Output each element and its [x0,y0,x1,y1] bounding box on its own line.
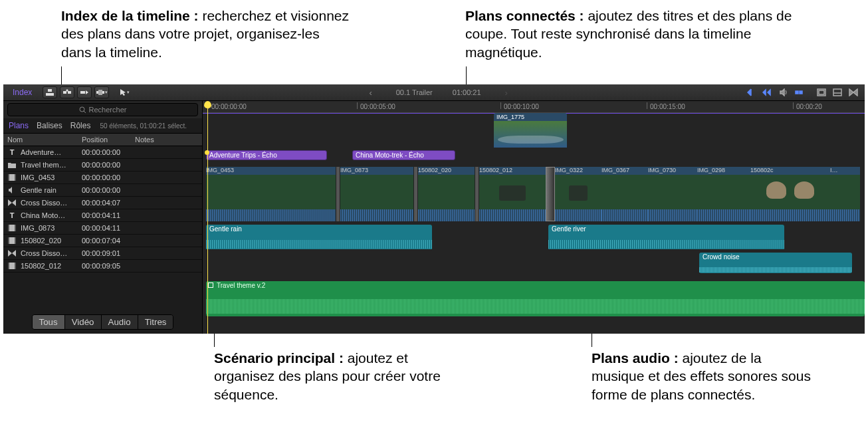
audio-clip-crowd[interactable]: Crowd noise [699,253,852,273]
title-clip[interactable]: Adventure Trips - Écho [206,150,327,160]
index-toggle-button[interactable]: Index [3,88,41,97]
clip-edge[interactable] [475,167,479,221]
audio-clip-rain[interactable]: Gentle rain [206,225,432,249]
audio-clip-river[interactable]: Gentle river [548,225,784,249]
filter-audio[interactable]: Audio [102,315,138,329]
list-item[interactable]: Gentle rain00:00:00:00 [3,184,202,197]
search-input[interactable]: Rechercher [7,103,198,116]
svg-rect-0 [46,93,54,96]
connected-video-clip[interactable]: IMG_1775 [494,113,567,150]
audio-skimming-button[interactable] [760,86,774,98]
tab-roles[interactable]: Rôles [70,121,91,130]
item-name: IMG_0873 [21,224,54,232]
clip-thumbnail [750,175,830,209]
audio-clip-label: Travel theme v.2 [206,281,865,290]
filter-tous[interactable]: Tous [33,315,65,329]
svg-marker-24 [8,199,12,206]
primary-clip[interactable]: 150802_012 [479,167,546,221]
ruler-tick: 00:00:05:00 [357,102,395,110]
transitions-browser-button[interactable] [846,86,861,98]
skimming-button[interactable] [744,86,758,98]
clip-audio-wave [830,209,860,221]
primary-clip[interactable]: IMG_0322 [555,167,601,221]
solo-button[interactable] [776,86,790,98]
film-icon [7,224,17,232]
clip-label: IMG_0730 [648,167,697,175]
history-forward-button[interactable]: › [501,88,512,98]
clip-label: 150802c [750,167,830,175]
list-item[interactable]: 150802_02000:00:07:04 [3,235,202,247]
svg-marker-32 [8,250,12,257]
append-button[interactable] [77,86,92,98]
svg-rect-23 [15,174,16,181]
header-notes[interactable]: Notes [131,134,202,146]
list-item[interactable]: IMG_045300:00:00:00 [3,171,202,184]
svg-rect-5 [80,91,85,94]
playhead[interactable] [207,101,208,334]
list-item[interactable]: TChina Moto…00:00:04:11 [3,209,202,222]
primary-clip[interactable]: IMG_0730 [648,167,697,221]
primary-storyline[interactable]: IMG_0453IMG_0873150802_020150802_012IMG_… [206,167,865,221]
clip-thumbnail [340,175,413,209]
primary-clip[interactable]: IMG_0873 [340,167,413,221]
primary-clip[interactable]: IMG_0453 [206,167,336,221]
clip-edge[interactable] [413,167,418,221]
callout-index: Index de la timeline : recherchez et vis… [61,7,354,61]
timeline-body[interactable]: IMG_1775 Adventure Trips - Écho China Mo… [203,113,865,334]
clip-audio-wave [206,209,336,221]
primary-clip[interactable]: 150802c [750,167,830,221]
svg-marker-6 [86,90,88,94]
audio-clip-music[interactable]: Travel theme v.2 [206,281,865,316]
clip-audio-wave [750,209,830,221]
header-position[interactable]: Position [78,134,131,146]
primary-clip[interactable]: IMG_0367 [601,167,648,221]
list-item[interactable]: IMG_087300:00:04:11 [3,222,202,235]
list-item[interactable]: Cross Disso…00:00:09:01 [3,247,202,260]
list-item[interactable]: Travel them…00:00:00:00 [3,159,202,171]
timeline-toolbar: Index ▾ ▾ ‹ 00.1 Trailer 01:00:21 › [3,84,865,101]
snapping-button[interactable] [792,86,806,98]
item-position: 00:00:09:01 [78,247,131,259]
timeline-layout-button[interactable] [830,86,845,98]
list-item[interactable]: Cross Disso…00:00:04:07 [3,197,202,209]
clip-audio-wave [601,209,648,221]
clip-audio-wave [340,209,413,221]
list-item[interactable]: TAdventure…00:00:00:00 [3,146,202,159]
title-clip[interactable]: China Moto-trek - Écho [352,150,455,160]
effects-browser-button[interactable] [814,86,829,98]
primary-clip[interactable]: 150802_020 [418,167,475,221]
clip-thumbnail [418,175,475,209]
timeline-ruler[interactable]: 00:00:00:0000:00:05:0000:00:10:0000:00:1… [203,101,865,113]
primary-clip[interactable]: IMG_0298 [697,167,750,221]
speaker-icon [7,186,17,194]
clip-edge[interactable] [336,167,340,221]
item-notes [131,197,202,209]
insert-button[interactable] [60,86,74,98]
playhead-knob-icon[interactable] [204,101,211,108]
select-tool-button[interactable]: ▾ [117,86,132,98]
timeline-panel[interactable]: 00:00:00:0000:00:05:0000:00:10:0000:00:1… [203,101,865,334]
item-notes [131,247,202,259]
svg-rect-22 [8,174,9,181]
tab-balises[interactable]: Balises [37,121,62,130]
svg-marker-9 [120,89,126,96]
clip-label: 150802_012 [479,167,546,175]
history-back-button[interactable]: ‹ [365,88,376,98]
project-title-area: ‹ 00.1 Trailer 01:00:21 › [133,88,744,98]
clip-thumbnail [697,175,750,209]
film-icon [7,262,17,270]
list-item[interactable]: 150802_01200:00:09:05 [3,260,202,273]
transition-icon[interactable] [546,167,555,221]
trans-icon [7,199,17,207]
tab-plans[interactable]: Plans [9,121,29,130]
primary-clip[interactable]: I… [830,167,860,221]
insert-connect-button[interactable] [43,86,57,98]
svg-rect-35 [8,263,9,269]
overwrite-button[interactable]: ▾ [94,86,109,98]
filter-video[interactable]: Vidéo [65,315,102,329]
filter-titres[interactable]: Titres [138,315,173,329]
svg-marker-33 [12,250,16,257]
audio-waveform [206,290,865,316]
header-name[interactable]: Nom [3,134,78,146]
project-name[interactable]: 00.1 Trailer [396,88,433,96]
